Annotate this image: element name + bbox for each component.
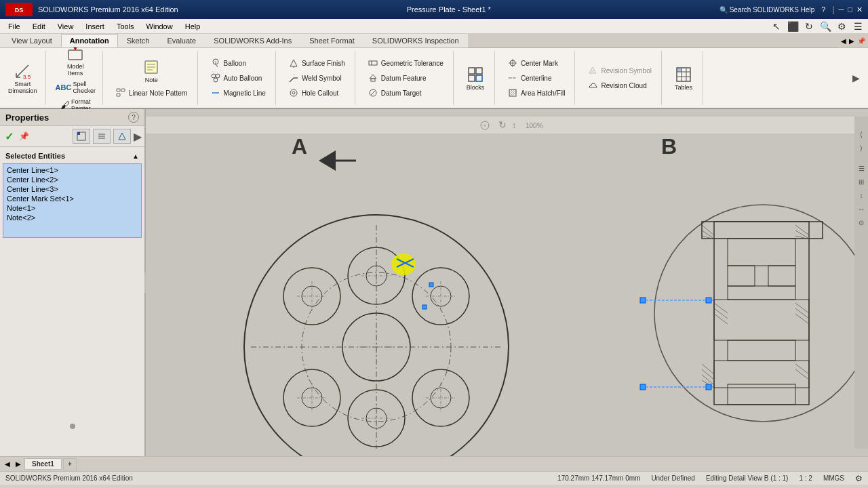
surface-finish-icon [288, 58, 299, 68]
tab-solidworks-addins[interactable]: SOLIDWORKS Add-Ins [205, 34, 300, 47]
sheet-tab-1[interactable]: Sheet1 [24, 458, 62, 470]
svg-rect-38 [469, 75, 475, 81]
center-mark-btn[interactable]: Center Mark [503, 56, 570, 70]
ribbon-collapse-right[interactable]: ▶ [849, 37, 854, 45]
smart-dimension-label2: Dimension [8, 87, 37, 94]
zoom-tool[interactable]: 🔍 [818, 19, 833, 34]
canvas-area[interactable]: + ↻ ↕ 100% A B [146, 109, 868, 456]
menu-tools[interactable]: Tools [111, 21, 140, 32]
help-search[interactable]: 🔍 Search SOLIDWORKS Help [719, 6, 814, 14]
smart-dimension-btn[interactable]: 3.5 Smart Dimension [5, 60, 40, 96]
linear-note-pattern-btn[interactable]: Linear Note Pattern [111, 86, 192, 100]
entity-note-2[interactable]: Note<2> [5, 213, 140, 222]
surface-finish-btn[interactable]: Surface Finish [284, 56, 349, 70]
panel-check-btn[interactable]: ✓ [3, 130, 15, 142]
add-sheet-btn[interactable]: + [63, 458, 77, 470]
menu-insert[interactable]: Insert [80, 21, 110, 32]
panel-tool-1[interactable] [73, 129, 90, 144]
weld-symbol-btn[interactable]: ⌒ Weld Symbol [284, 71, 349, 85]
selected-entities-collapse[interactable]: ▲ [132, 152, 139, 160]
tab-evaluate[interactable]: Evaluate [158, 34, 205, 47]
status-icon[interactable]: ⚙ [855, 474, 863, 483]
document-title: Pressure Plate - Sheet1 * [407, 5, 491, 14]
entity-center-mark-set-1[interactable]: Center Mark Set<1> [5, 194, 140, 203]
geometric-tolerance-btn[interactable]: Geometric Tolerance [363, 56, 448, 70]
revision-symbol-btn[interactable]: R Revision Symbol [583, 64, 655, 77]
svg-text:⊙: ⊙ [859, 219, 864, 226]
panel-help-btn[interactable]: ? [128, 112, 139, 123]
ribbon-group-note: Note Linear Note Pattern [111, 51, 198, 105]
note-btn[interactable]: Note [138, 56, 165, 85]
balloon-btn[interactable]: 1 Balloon [206, 56, 270, 70]
panel-tool-2[interactable] [93, 129, 111, 144]
panel-pin-btn[interactable]: 📌 [18, 130, 30, 142]
entity-center-line-1[interactable]: Center Line<1> [5, 165, 140, 175]
ribbon-collapse-left[interactable]: ◀ [841, 37, 846, 45]
magnetic-line-btn[interactable]: Magnetic Line [206, 86, 270, 100]
model-items-btn[interactable]: Model Items [62, 43, 89, 78]
minimize-btn[interactable]: ─ [839, 5, 844, 14]
menu-view[interactable]: View [52, 21, 79, 32]
cursor-tool[interactable]: ↖ [769, 19, 784, 34]
tab-solidworks-inspection[interactable]: SOLIDWORKS Inspection [363, 34, 468, 47]
status-units: MMGS [823, 474, 844, 482]
tables-btn[interactable]: Tables [670, 64, 697, 92]
menu-help[interactable]: Help [180, 21, 206, 32]
hole-callout-icon [288, 87, 299, 98]
options-tool[interactable]: ☰ [850, 19, 865, 34]
entity-center-line-2[interactable]: Center Line<2> [5, 175, 140, 184]
ribbon-group-center: Center Mark Centerline [503, 51, 576, 105]
ribbon-expand-icon[interactable]: ▶ [852, 73, 860, 83]
smart-dimension-icon: 3.5 [13, 62, 32, 81]
geometric-tolerance-label: Geometric Tolerance [381, 60, 443, 67]
datum-target-btn[interactable]: Datum Target [363, 86, 448, 100]
entity-center-line-3[interactable]: Center Line<3> [5, 184, 140, 194]
panel-header: Properties ? [0, 109, 144, 126]
solidworks-logo: DS [5, 3, 33, 16]
selected-entities-header[interactable]: Selected Entities ▲ [3, 150, 142, 162]
select-tool[interactable]: ⬛ [785, 19, 800, 34]
rotate-tool[interactable]: ↻ [802, 19, 816, 34]
quick-access-toolbar: ↖ ⬛ ↻ 🔍 ⚙ ☰ [769, 19, 865, 34]
close-btn[interactable]: ✕ [856, 5, 863, 14]
svg-rect-14 [121, 89, 125, 92]
svg-line-25 [290, 78, 294, 82]
panel-expand-arrow[interactable]: ▶ [134, 130, 142, 143]
smart-dimension-label: Smart [14, 81, 31, 87]
svg-rect-59 [77, 132, 80, 135]
menu-window[interactable]: Window [141, 21, 178, 32]
tab-sketch[interactable]: Sketch [118, 34, 159, 47]
entity-note-1[interactable]: Note<1> [5, 203, 140, 213]
tab-view-layout[interactable]: View Layout [3, 34, 61, 47]
revision-cloud-btn[interactable]: Revision Cloud [583, 79, 655, 92]
settings-tool[interactable]: ⚙ [834, 19, 849, 34]
blocks-btn[interactable]: Blocks [462, 64, 489, 92]
hole-callout-btn[interactable]: Hole Callout [284, 86, 349, 100]
menu-file[interactable]: File [3, 21, 26, 32]
sheet-nav-left[interactable]: ◀ [3, 460, 12, 468]
ribbon-group-tools: Model Items ABC SpellChecker 🖌 FormatPai… [54, 51, 103, 105]
menu-edit[interactable]: Edit [27, 21, 51, 32]
svg-text:☰: ☰ [859, 165, 865, 172]
area-hatch-btn[interactable]: Area Hatch/Fill [503, 86, 570, 100]
surface-column: Surface Finish ⌒ Weld Symbol [284, 56, 349, 100]
titlebar-controls[interactable]: 🔍 Search SOLIDWORKS Help ? | ─ □ ✕ [719, 5, 863, 14]
help-btn[interactable]: ? [818, 5, 828, 14]
svg-rect-30 [369, 61, 377, 65]
restore-btn[interactable]: □ [848, 5, 852, 14]
centerline-btn[interactable]: Centerline [503, 71, 570, 85]
svg-line-46 [509, 89, 513, 93]
datum-feature-btn[interactable]: Datum Feature [363, 71, 448, 85]
blocks-label: Blocks [467, 84, 485, 91]
svg-line-18 [216, 64, 218, 67]
panel-tool-3[interactable] [113, 129, 131, 144]
spell-checker-btn[interactable]: ABC SpellChecker [54, 79, 97, 96]
auto-balloon-btn[interactable]: Auto Balloon [206, 71, 270, 85]
tab-sheet-format[interactable]: Sheet Format [300, 34, 363, 47]
panel-toolbar: ✓ 📌 ▶ [0, 126, 144, 147]
sheet-nav-right[interactable]: ▶ [14, 460, 23, 468]
center-column: Center Mark Centerline [503, 56, 570, 100]
ribbon-pin[interactable]: 📌 [857, 37, 865, 45]
svg-rect-13 [117, 89, 120, 92]
datum-feature-icon [368, 73, 378, 83]
